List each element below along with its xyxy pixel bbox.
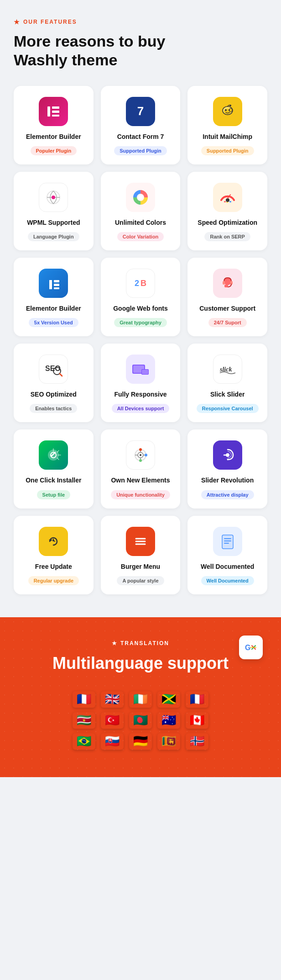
feature-name: Google Web fonts (113, 304, 168, 313)
feature-card-support: Customer Support 24/7 Suport (187, 258, 267, 336)
feature-card-fonts: 2 B Google Web fonts Great typography (101, 258, 181, 336)
feature-badge: 24/7 Suport (208, 318, 247, 327)
responsive-icon (126, 355, 155, 384)
svg-point-11 (229, 105, 231, 106)
flag-tr: 🇹🇷 (101, 712, 124, 729)
feature-badge: All Devices support (112, 404, 170, 413)
svg-rect-19 (224, 201, 226, 202)
feature-name: Unlimited Colors (115, 218, 166, 227)
feature-card-responsive: Fully Responsive All Devices support (101, 344, 181, 422)
svg-rect-22 (54, 280, 59, 282)
feature-badge: Supported Plugin (201, 146, 254, 155)
update-icon (39, 527, 68, 556)
translation-star: ★ (112, 640, 118, 646)
feature-card-elements: Own New Elements Unique functionality (101, 429, 181, 508)
features-section: ★ OUR FEATURES More reasons to buy Washl… (0, 0, 281, 617)
feature-badge: Enables tactics (30, 404, 77, 413)
feature-card-documented: Well Documented Well Documented (187, 516, 267, 594)
svg-rect-30 (224, 285, 228, 287)
section-label: ★ OUR FEATURES (14, 18, 267, 26)
feature-badge: Language Plugin (28, 232, 79, 241)
support-icon (213, 269, 242, 298)
mailchimp-icon (213, 97, 242, 126)
flags-row-1: 🇫🇷 🇬🇧 🇮🇪 🇯🇲 🇫🇷 (73, 691, 208, 708)
feature-card-oneclick: One Click Installer Setup file (14, 429, 94, 508)
feature-card-speed: Speed Optimization Rank on SERP (187, 172, 267, 250)
translation-label: ★ TRANSLATION (14, 640, 267, 646)
svg-rect-1 (52, 106, 59, 109)
elements-icon (126, 440, 155, 470)
feature-badge: Well Documented (201, 576, 254, 585)
feature-card-revolution: Slider Revolution Attractive display (187, 429, 267, 508)
feature-badge: Attractive display (201, 490, 254, 499)
features-grid: Elementor Builder Populer Plugin 7 Conta… (14, 86, 267, 594)
flag-au: 🇦🇺 (157, 712, 180, 729)
svg-rect-3 (52, 115, 59, 117)
feature-card-mailchimp: Intuit MailChimp Supported Plugin (187, 86, 267, 164)
feature-card-elementor-builder: Elementor Builder Populer Plugin (14, 86, 94, 164)
flag-bd: 🇧🇩 (129, 712, 152, 729)
flags-container: 🇫🇷 🇬🇧 🇮🇪 🇯🇲 🇫🇷 🇸🇷 🇹🇷 🇧🇩 🇦🇺 🇨🇦 🇧🇷 🇸🇰 🇩🇪 🇱… (14, 691, 267, 750)
flag-de: 🇩🇪 (129, 733, 152, 750)
section-label-text: OUR FEATURES (23, 19, 77, 25)
feature-name: Speed Optimization (198, 218, 257, 227)
feature-name: One Click Installer (26, 476, 81, 484)
feature-name: Burger Menu (121, 562, 160, 571)
feature-card-wpml: WPML Supported Language Plugin (14, 172, 94, 250)
translation-section: G ★ TRANSLATION Multilanguage support 🇫🇷… (0, 617, 281, 777)
svg-rect-24 (54, 287, 59, 289)
feature-name: Elementor Builder (26, 132, 81, 141)
svg-point-49 (145, 454, 147, 456)
flag-sk: 🇸🇰 (101, 733, 124, 750)
feature-name: Free Update (35, 562, 72, 571)
feature-name: Contact Form 7 (117, 132, 164, 141)
feature-badge: Great typography (114, 318, 167, 327)
flag-fr: 🇫🇷 (73, 691, 95, 708)
svg-point-17 (226, 198, 229, 202)
fonts-icon: 2 B (126, 269, 155, 298)
flag-jm: 🇯🇲 (157, 691, 180, 708)
flag-ie: 🇮🇪 (129, 691, 152, 708)
svg-rect-21 (229, 201, 231, 202)
feature-badge: 5x Version Used (29, 318, 78, 327)
feature-name: Well Documented (201, 562, 254, 571)
svg-point-48 (139, 448, 142, 451)
flag-gb: 🇬🇧 (101, 691, 124, 708)
feature-card-update: Free Update Regular upgrade (14, 516, 94, 594)
feature-name: Customer Support (199, 304, 255, 313)
svg-point-50 (139, 459, 142, 462)
feature-badge: Populer Plugin (31, 146, 77, 155)
svg-line-33 (60, 374, 62, 376)
flag-sr: 🇸🇷 (73, 712, 95, 729)
flag-no: 🇳🇴 (186, 733, 208, 750)
svg-rect-20 (226, 202, 228, 203)
svg-text:B: B (140, 279, 146, 288)
revolution-icon (213, 440, 242, 470)
wpml-icon (39, 183, 68, 212)
cf7-icon: 7 (126, 97, 155, 126)
feature-name: WPML Supported (27, 218, 80, 227)
feature-card-seo: SEO SEO Optimized Enables tactics (14, 344, 94, 422)
google-translate-icon: G (239, 636, 263, 659)
feature-card-burger: Burger Menu A popular style (101, 516, 181, 594)
feature-name: Own New Elements (111, 476, 170, 484)
feature-name: Intuit MailChimp (203, 132, 252, 141)
svg-point-14 (52, 196, 55, 199)
feature-badge: Responsive Carousel (197, 404, 259, 413)
svg-text:7: 7 (137, 104, 144, 118)
flag-ca: 🇨🇦 (186, 712, 208, 729)
feature-name: Fully Responsive (114, 390, 167, 398)
feature-badge: Supported Plugin (114, 146, 167, 155)
feature-badge: A popular style (117, 576, 164, 585)
translation-label-text: TRANSLATION (120, 640, 169, 646)
feature-name: Slick Slider (210, 390, 245, 398)
feature-badge: Unique functionality (111, 490, 170, 499)
colors-icon (126, 183, 155, 212)
feature-card-slick: slick Slick Slider Responsive Carousel (187, 344, 267, 422)
seo-icon: SEO (39, 355, 68, 384)
svg-rect-0 (47, 106, 50, 117)
feature-badge: Setup file (37, 490, 71, 499)
svg-rect-60 (222, 535, 233, 549)
elementor2-icon (39, 269, 68, 298)
feature-name: Elementor Builder (26, 304, 81, 313)
